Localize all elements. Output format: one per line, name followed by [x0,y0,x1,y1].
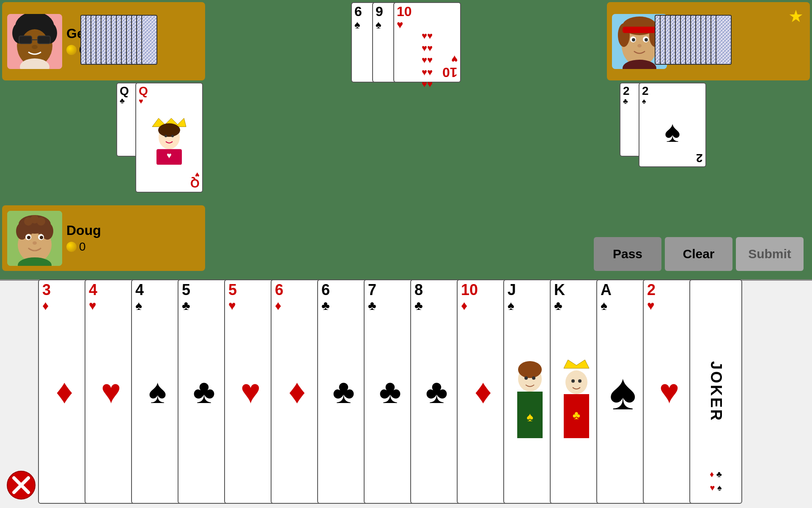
lenard-played-2-spades: 2 ♠ ♠ 2 [639,83,706,167]
card-back [141,15,157,65]
hand-card-j-spades[interactable]: J ♠ ♠ [503,279,556,504]
svg-text:♠: ♠ [527,410,533,424]
lenard-card-backs [655,15,732,65]
center-played-cards: 6 ♠ 6 ♠ 9 ♠ 9 ♠ 10 ♥ ♥♥♥♥♥♥♥♥♥♥ 10 ♥ [351,2,461,83]
doug-panel: Doug 0 [2,205,205,271]
svg-point-60 [565,370,587,394]
hand-card-5-clubs[interactable]: 5 ♣ ♣ [178,279,230,504]
svg-text:♣: ♣ [572,409,580,422]
svg-point-53 [518,361,542,378]
doug-coin-icon [66,242,77,252]
star-icon: ★ [788,6,804,26]
svg-point-56 [524,376,528,380]
svg-point-41 [37,217,45,226]
svg-point-23 [637,44,642,47]
hand-card-4-hearts[interactable]: 4 ♥ ♥ [85,279,137,504]
hand-card-8-clubs[interactable]: 8 ♣ ♣ [410,279,463,504]
svg-point-30 [171,135,174,137]
svg-text:♥: ♥ [167,151,172,160]
doug-info: Doug 0 [66,223,101,254]
svg-point-21 [632,38,635,41]
gerald-played-cards: Q ♣ Q ♣ Q ♥ [116,83,203,193]
lenard-played-cards: 2 ♣ 2 2 ♠ ♠ 2 [620,83,706,167]
clear-button[interactable]: Clear [665,237,732,271]
submit-button[interactable]: Submit [736,237,804,271]
svg-rect-8 [38,36,50,44]
hand-card-k-clubs[interactable]: K ♣ ♣ [550,279,603,504]
hand-cards: 3 ♦ ♦ 4 ♥ ♥ 4 ♠ ♠ 5 ♣ ♣ 5 ♥ ♥ [0,279,742,508]
gerald-coin-icon [66,45,77,55]
gerald-card-backs [80,15,157,65]
svg-point-64 [578,379,582,383]
hand-card-6-clubs[interactable]: 6 ♣ ♣ [317,279,370,504]
table-area: Gerald 0 [0,0,812,279]
error-button[interactable] [6,470,36,502]
hand-card-6-diamonds[interactable]: 6 ♦ ♦ [271,279,324,504]
hand-card-10-diamonds[interactable]: 10 ♦ ♦ [457,279,510,504]
svg-rect-18 [623,27,656,33]
gerald-played-q-hearts: Q ♥ [135,83,203,193]
svg-point-46 [33,241,37,245]
svg-point-29 [165,135,167,137]
doug-avatar [7,211,62,266]
doug-score: 0 [66,240,101,254]
pass-button[interactable]: Pass [594,237,661,271]
played-card-10-hearts: 10 ♥ ♥♥♥♥♥♥♥♥♥♥ 10 ♥ [393,2,461,83]
doug-name: Doug [66,223,101,238]
svg-point-22 [645,38,648,41]
svg-point-45 [40,236,43,239]
svg-point-63 [571,379,575,383]
svg-point-28 [158,123,180,137]
hand-card-4-spades[interactable]: 4 ♠ ♠ [131,279,184,504]
hand-card-5-hearts[interactable]: 5 ♥ ♥ [224,279,277,504]
hand-card-3-diamonds[interactable]: 3 ♦ ♦ [38,279,91,504]
svg-point-10 [32,45,38,49]
hand-card-joker[interactable]: JOKER ♦ ♣ ♥ ♠ [689,279,742,504]
svg-rect-7 [19,36,32,44]
hand-card-a-spades[interactable]: A ♠ ♠ [596,279,649,504]
gerald-avatar [7,14,62,69]
hand-card-7-clubs[interactable]: 7 ♣ ♣ [364,279,417,504]
svg-point-6 [21,29,48,60]
hand-card-2-hearts[interactable]: 2 ♥ ♥ [643,279,696,504]
card-back [716,15,732,65]
action-buttons: Pass Clear Submit [594,237,804,271]
hand-area: 3 ♦ ♦ 4 ♥ ♥ 4 ♠ ♠ 5 ♣ ♣ 5 ♥ ♥ [0,279,812,508]
svg-point-44 [27,236,30,239]
svg-point-57 [532,376,535,380]
